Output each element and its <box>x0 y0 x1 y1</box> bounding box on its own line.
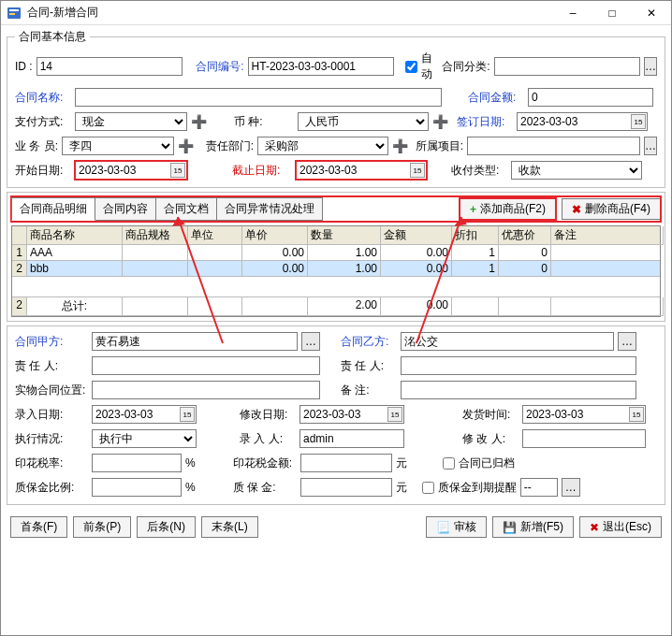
svg-rect-2 <box>9 13 15 15</box>
entryby-field[interactable] <box>299 429 404 448</box>
currency-select[interactable]: 人民币 <box>298 112 429 131</box>
party-a-lookup-button[interactable]: … <box>301 332 320 351</box>
add-product-button[interactable]: + 添加商品(F2) <box>460 198 556 220</box>
remind-lookup-button[interactable]: … <box>562 478 580 497</box>
rptype-select[interactable]: 收款 <box>511 161 642 180</box>
calendar-icon[interactable]: 15 <box>631 114 646 129</box>
prev-record-button[interactable]: 前条(P) <box>73 516 131 538</box>
end-label: 截止日期: <box>232 163 292 179</box>
margin-amt-label: 质 保 金: <box>233 480 297 496</box>
remind-checkbox[interactable]: 质保金到期提醒 <box>422 480 517 496</box>
resp-b-label: 责 任 人: <box>341 358 397 374</box>
entryby-label: 录 入 人: <box>240 431 296 447</box>
modify-date-field[interactable]: 15 <box>299 405 404 424</box>
table-row[interactable]: 2 bbb 0.00 1.000.00 10 <box>12 261 660 277</box>
table-row[interactable]: 1 AAA 0.00 1.000.00 10 <box>12 245 660 261</box>
signdate-field[interactable]: 15 <box>517 112 648 131</box>
calendar-icon[interactable]: 15 <box>170 163 185 178</box>
signdate-label: 签订日期: <box>457 114 513 130</box>
name-field[interactable] <box>75 88 442 107</box>
id-field[interactable] <box>37 57 183 76</box>
clerk-label: 业 务 员: <box>15 138 58 154</box>
tab-content[interactable]: 合同内容 <box>95 197 156 221</box>
product-grid[interactable]: 商品名称 商品规格 单位 单价 数量 金额 折扣 优惠价 备注 1 AAA 0.… <box>11 225 661 317</box>
id-label: ID : <box>15 60 33 73</box>
project-label: 所属项目: <box>416 138 463 154</box>
stamp-icon: 📃 <box>436 521 450 534</box>
plus-icon[interactable]: ➕ <box>392 138 407 153</box>
remark-label: 备 注: <box>341 383 397 398</box>
dept-select[interactable]: 采购部 <box>257 137 388 155</box>
category-lookup-button[interactable]: … <box>644 57 657 76</box>
plus-icon[interactable]: ➕ <box>432 114 447 129</box>
resp-b-field[interactable] <box>401 356 636 375</box>
status-select[interactable]: 执行中 <box>92 429 197 448</box>
project-lookup-button[interactable]: … <box>644 137 657 155</box>
tab-exception[interactable]: 合同异常情况处理 <box>216 197 323 221</box>
maximize-button[interactable]: □ <box>592 1 632 25</box>
amount-label: 合同金额: <box>468 90 524 106</box>
plus-icon[interactable]: ➕ <box>178 138 193 153</box>
pay-select[interactable]: 现金 <box>75 112 187 131</box>
name-label: 合同名称: <box>15 90 71 106</box>
close-button[interactable]: ✕ <box>632 1 671 25</box>
amount-field[interactable] <box>528 88 653 107</box>
party-b-label: 合同乙方: <box>341 334 397 350</box>
modifyby-field[interactable] <box>522 429 646 448</box>
tab-product-detail[interactable]: 合同商品明细 <box>11 197 95 221</box>
loc-label: 实物合同位置: <box>15 383 88 398</box>
party-b-field[interactable] <box>401 332 614 351</box>
last-record-button[interactable]: 末条(L) <box>201 516 258 538</box>
basic-info-legend: 合同基本信息 <box>15 29 90 45</box>
clerk-select[interactable]: 李四 <box>62 137 174 155</box>
delete-product-button[interactable]: ✖ 删除商品(F4) <box>562 198 661 220</box>
calendar-icon[interactable]: 15 <box>387 407 402 422</box>
dept-label: 责任部门: <box>206 138 254 154</box>
audit-button[interactable]: 📃 审核 <box>426 516 487 538</box>
first-record-button[interactable]: 首条(F) <box>10 516 67 538</box>
contract-detail-group: 合同甲方: … 合同乙方: … 责 任 人: 责 任 人: 实物合同位置: 备 … <box>7 325 665 505</box>
party-b-lookup-button[interactable]: … <box>618 332 636 351</box>
end-date-field[interactable]: 15 <box>296 161 427 180</box>
x-icon: ✖ <box>572 203 581 216</box>
margin-amt-field[interactable] <box>300 478 392 497</box>
plus-icon: + <box>470 203 476 216</box>
ship-date-field[interactable]: 15 <box>522 405 646 424</box>
code-label: 合同编号: <box>196 59 243 75</box>
code-field[interactable] <box>248 57 394 76</box>
svg-rect-1 <box>9 9 19 11</box>
plus-icon[interactable]: ➕ <box>191 114 206 129</box>
margin-ratio-field[interactable] <box>92 478 182 497</box>
party-a-label: 合同甲方: <box>15 334 88 350</box>
archived-checkbox[interactable]: 合同已归档 <box>443 455 515 471</box>
party-a-field[interactable] <box>92 332 298 351</box>
project-field[interactable] <box>467 137 640 155</box>
next-record-button[interactable]: 后条(N) <box>137 516 196 538</box>
currency-label: 币 种: <box>234 114 294 130</box>
calendar-icon[interactable]: 15 <box>180 407 195 422</box>
grid-total-row: 2 总计: 2.00 0.00 <box>12 297 660 316</box>
tab-docs[interactable]: 合同文档 <box>155 197 217 221</box>
start-date-field[interactable]: 15 <box>75 161 187 180</box>
entry-date-field[interactable]: 15 <box>92 405 197 424</box>
modifyby-label: 修 改 人: <box>462 431 519 447</box>
save-icon: 💾 <box>503 521 517 534</box>
category-field[interactable] <box>494 57 640 76</box>
app-icon <box>7 6 22 21</box>
calendar-icon[interactable]: 15 <box>410 163 425 178</box>
taxamt-label: 印花税金额: <box>233 455 297 471</box>
auto-checkbox[interactable]: 自动 <box>405 51 432 82</box>
calendar-icon[interactable]: 15 <box>629 407 644 422</box>
remark-field[interactable] <box>401 381 636 399</box>
loc-field[interactable] <box>92 381 320 399</box>
resp-a-label: 责 任 人: <box>15 358 88 374</box>
resp-a-field[interactable] <box>92 356 320 375</box>
window-title: 合同-新增合同 <box>27 5 553 21</box>
taxamt-field[interactable] <box>300 454 392 472</box>
exit-button[interactable]: ✖ 退出(Esc) <box>579 516 662 538</box>
new-button[interactable]: 💾 新增(F5) <box>492 516 574 538</box>
minimize-button[interactable]: – <box>553 1 592 25</box>
taxrate-field[interactable] <box>92 454 182 472</box>
start-label: 开始日期: <box>15 163 71 179</box>
remind-value-field[interactable] <box>520 478 558 497</box>
